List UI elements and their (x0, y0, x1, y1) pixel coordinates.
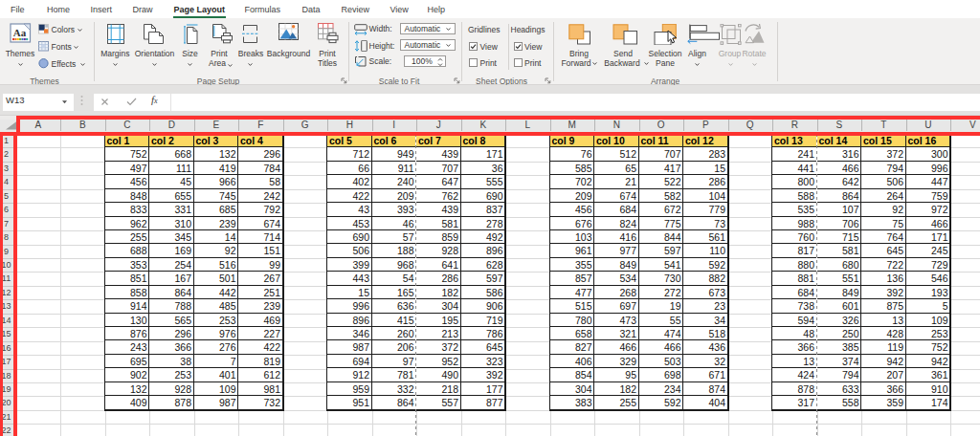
svg-text:Aa: Aa (12, 27, 26, 38)
